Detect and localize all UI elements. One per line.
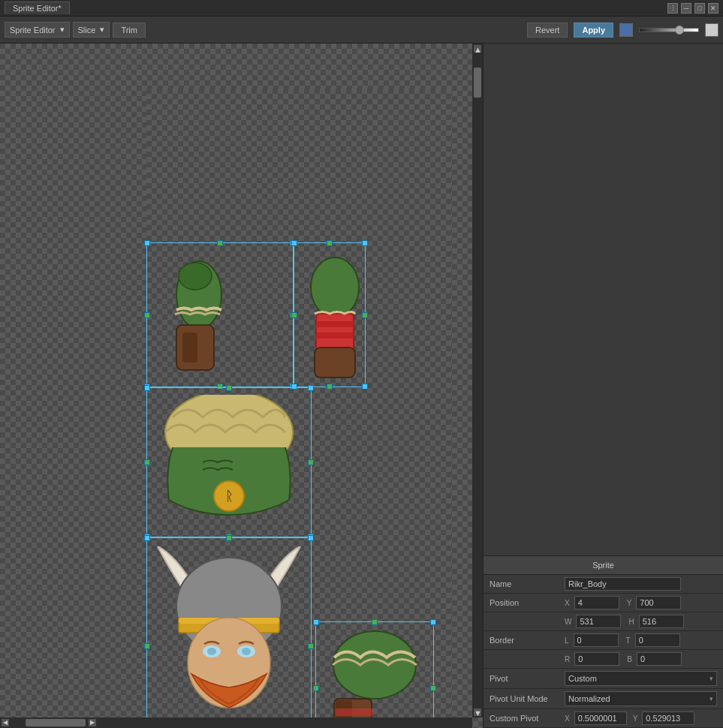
chevron-down-icon: ▾ [100, 25, 104, 35]
sprite-editor-dropdown[interactable]: Sprite Editor ▾ [5, 22, 70, 38]
pos-w-input[interactable] [576, 615, 621, 628]
title-bar: Sprite Editor* ⋮ ─ □ ✕ [0, 0, 723, 17]
border-b-input[interactable] [637, 652, 682, 666]
border-h-left[interactable] [145, 313, 149, 317]
menu-icon-btn[interactable]: ⋮ [667, 3, 678, 14]
border-h-left[interactable] [145, 460, 149, 465]
slice-dropdown[interactable]: Slice ▾ [73, 22, 110, 38]
title-controls: ⋮ ─ □ ✕ [667, 3, 718, 14]
handle-bl[interactable] [291, 384, 297, 390]
scroll-down-btn[interactable]: ▼ [474, 708, 481, 716]
pivot-dropdown[interactable]: Custom ▾ [565, 671, 717, 686]
handle-ml[interactable] [144, 312, 150, 318]
border-t-input[interactable] [635, 633, 680, 647]
scroll-thumb-h[interactable] [26, 719, 86, 726]
border-h-left[interactable] [292, 313, 297, 317]
handle-ml[interactable] [144, 643, 150, 649]
handle-tr[interactable] [290, 240, 296, 246]
custom-pivot-x-input[interactable] [574, 711, 627, 725]
border-v-top[interactable] [227, 386, 231, 390]
border-v-top[interactable] [218, 241, 222, 245]
border-h-left[interactable] [314, 686, 318, 690]
scroll-right-btn[interactable]: ▶ [89, 719, 96, 726]
handle-tl[interactable] [144, 385, 150, 391]
sprite-arms [154, 250, 289, 385]
border-h-left[interactable] [145, 644, 149, 648]
svg-rect-7 [316, 332, 354, 338]
scroll-thumb-v[interactable] [474, 68, 481, 98]
handle-tr[interactable] [308, 535, 314, 541]
scroll-left-btn[interactable]: ◀ [2, 719, 9, 726]
handle-mr[interactable] [290, 312, 296, 318]
handle-mr[interactable] [430, 685, 436, 691]
minimize-btn[interactable]: ─ [681, 3, 691, 14]
handle-br[interactable] [308, 534, 314, 540]
slider-thumb[interactable] [675, 26, 684, 35]
pivot-unit-mode-values[interactable]: Normalized ▾ [565, 691, 717, 706]
border-v-top[interactable] [327, 241, 332, 245]
handle-tl[interactable] [291, 240, 297, 246]
handle-ml[interactable] [291, 312, 297, 318]
border-l-input[interactable] [574, 633, 619, 647]
custom-pivot-y-input[interactable] [642, 711, 694, 725]
name-row: Name [484, 575, 723, 594]
handle-ml[interactable] [144, 459, 150, 465]
handle-tm[interactable] [372, 619, 378, 625]
handle-tr[interactable] [308, 385, 314, 391]
name-input[interactable] [565, 577, 681, 591]
handle-tm[interactable] [327, 240, 333, 246]
border-row-2: R B [484, 650, 723, 669]
maximize-btn[interactable]: □ [694, 3, 705, 14]
handle-tm[interactable] [217, 240, 223, 246]
handle-tl[interactable] [144, 240, 150, 246]
slider-track[interactable] [639, 28, 699, 32]
border-h-right[interactable] [291, 313, 295, 317]
pivot-unit-mode-dropdown[interactable]: Normalized ▾ [565, 691, 717, 706]
color-swatch-2[interactable] [705, 23, 718, 37]
brightness-slider[interactable] [639, 28, 699, 32]
canvas-area[interactable]: ᚱ [0, 44, 483, 728]
handle-tr[interactable] [362, 240, 368, 246]
vertical-scrollbar[interactable]: ▲ ▼ [472, 44, 483, 717]
custom-pivot-label: Custom Pivot [490, 714, 565, 723]
title-tab[interactable]: Sprite Editor* [5, 2, 70, 14]
border-h-right[interactable] [309, 460, 313, 465]
handle-br[interactable] [290, 384, 296, 390]
pivot-values[interactable]: Custom ▾ [565, 671, 717, 686]
pos-y-input[interactable] [636, 596, 681, 609]
svg-point-20 [242, 648, 251, 655]
border-h-right[interactable] [431, 686, 435, 690]
handle-tm[interactable] [226, 385, 232, 391]
trim-button[interactable]: Trim [113, 23, 146, 38]
svg-point-4 [311, 257, 359, 317]
handle-tl[interactable] [313, 619, 319, 625]
handle-tr[interactable] [430, 619, 436, 625]
pivot-value: Custom [568, 674, 597, 683]
scroll-up-btn[interactable]: ▲ [474, 45, 481, 53]
position-values-xy: X Y [565, 596, 717, 609]
apply-button[interactable]: Apply [574, 23, 613, 38]
handle-mr[interactable] [308, 459, 314, 465]
revert-button[interactable]: Revert [527, 23, 568, 38]
custom-pivot-values: X Y [565, 711, 717, 725]
handle-mr[interactable] [308, 643, 314, 649]
pivot-row: Pivot Custom ▾ [484, 669, 723, 689]
handle-bl[interactable] [144, 384, 150, 390]
border-r-input[interactable] [574, 652, 619, 666]
handle-bl[interactable] [144, 534, 150, 540]
pos-h-input[interactable] [639, 615, 684, 628]
pos-x-input[interactable] [574, 596, 619, 609]
properties-panel: Sprite Name Position X Y [484, 555, 723, 728]
close-btn[interactable]: ✕ [708, 3, 718, 14]
canvas-scroll[interactable]: ᚱ [0, 44, 483, 728]
color-swatch-1[interactable] [619, 23, 633, 37]
pivot-unit-mode-row: Pivot Unit Mode Normalized ▾ [484, 689, 723, 709]
border-values-lt: L T [565, 633, 717, 647]
border-h-right[interactable] [309, 644, 313, 648]
border-v-top[interactable] [372, 620, 377, 624]
horizontal-scrollbar[interactable]: ◀ ▶ [0, 717, 472, 728]
handle-tl[interactable] [144, 535, 150, 541]
svg-rect-8 [315, 347, 355, 378]
handle-ml[interactable] [313, 685, 319, 691]
chevron-down-icon: ▾ [60, 25, 65, 35]
